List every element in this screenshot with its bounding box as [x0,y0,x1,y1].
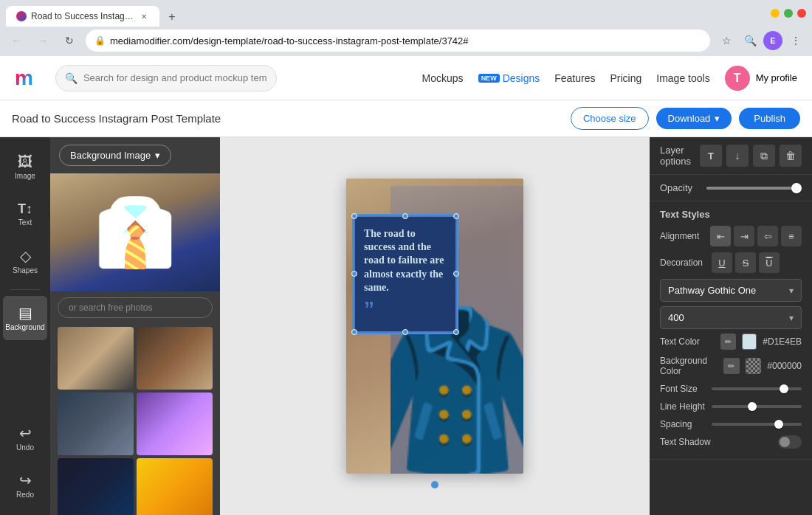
photo-thumb-2[interactable] [137,327,213,390]
layer-delete-btn[interactable]: 🗑 [780,145,802,167]
nav-image-tools[interactable]: Image tools [656,72,709,84]
back-button[interactable]: ← [6,30,27,51]
line-height-slider[interactable] [712,400,802,413]
tool-divider [10,289,40,290]
browser-profile-button[interactable]: E [763,31,782,50]
handle-bl[interactable] [351,329,357,335]
canvas-area: 🧥 The road to success and the road to fa… [220,137,650,515]
photo-thumb-3[interactable] [58,393,134,455]
tool-text[interactable]: T↕ Text [3,192,47,236]
weight-chevron: ▾ [789,313,794,323]
search-bar[interactable]: 🔍 [55,65,277,91]
alignment-label: Alignment [660,231,710,241]
right-panel: Layer options T ↓ ⧉ 🗑 Opacity Text Style… [650,137,812,515]
carousel-dot[interactable] [431,481,438,488]
handle-tl[interactable] [351,213,357,219]
bg-color-edit[interactable]: ✏ [723,358,740,374]
underline-btn[interactable]: U [712,252,732,273]
nav-designs[interactable]: NEW Designs [478,72,540,84]
spacing-slider[interactable] [712,418,802,431]
align-right-btn[interactable]: ⇦ [757,226,778,246]
text-shadow-toggle[interactable] [778,435,802,449]
font-select[interactable]: Pathway Gothic One ▾ [660,279,802,302]
text-color-swatch[interactable] [742,333,757,350]
decoration-label: Decoration [660,258,712,268]
handle-ml[interactable] [351,271,357,277]
layer-text-btn[interactable]: T [700,145,722,167]
download-button[interactable]: Download ▾ [656,108,732,129]
nav-pricing[interactable]: Pricing [610,72,641,84]
background-image-dropdown[interactable]: Background Image ▾ [59,145,171,166]
strikethrough-btn[interactable]: S [735,252,756,273]
search-button[interactable]: 🔍 [740,30,760,51]
font-name: Pathway Gothic One [668,285,756,296]
quote-text: The road to success and the road to fail… [364,227,447,294]
tool-image[interactable]: 🖼 Image [3,145,47,189]
maximize-button[interactable] [784,9,793,18]
tool-shapes[interactable]: ◇ Shapes [3,239,47,283]
align-center-btn[interactable]: ⇥ [734,226,754,246]
browser-chrome: Road to Success Instagram Post ✕ + [0,0,812,27]
layer-copy-btn[interactable]: ⧉ [753,145,775,167]
font-size-thumb[interactable] [780,384,788,393]
new-tab-button[interactable]: + [162,7,182,27]
title-bar: Road to Success Instagram Post Template … [0,100,812,137]
handle-br[interactable] [453,329,459,335]
text-box[interactable]: The road to success and the road to fail… [354,215,457,333]
handle-tr[interactable] [453,213,459,219]
tool-undo[interactable]: ↩ Undo [3,416,47,460]
search-photos[interactable] [58,297,213,318]
canvas-card[interactable]: 🧥 The road to success and the road to fa… [346,179,523,474]
panel-header: Background Image ▾ [50,137,220,173]
handle-tm[interactable] [402,213,408,219]
align-justify-btn[interactable]: ≡ [781,226,802,246]
opacity-slider[interactable] [706,187,802,190]
opacity-row: Opacity [660,182,802,193]
spacing-label: Spacing [660,419,712,429]
alignment-row: Alignment ⇤ ⇥ ⇦ ≡ [660,226,802,246]
text-color-row: Text Color ✏ #D1E4EB [660,333,802,350]
forward-button[interactable]: → [32,30,53,51]
line-height-label: Line Height [660,401,712,412]
address-bar: ← → ↻ 🔒 mediamodifier.com/design-templat… [0,27,812,56]
profile-label: My profile [756,72,797,83]
text-color-edit[interactable]: ✏ [720,333,735,350]
photo-thumb-6[interactable] [137,458,213,515]
panel-main-image[interactable]: 👔 [50,173,220,291]
layer-down-btn[interactable]: ↓ [726,145,749,167]
font-size-slider[interactable] [712,382,802,395]
publish-button[interactable]: Publish [739,108,800,129]
bg-color-swatch[interactable] [746,358,762,374]
layer-options-label: Layer options [660,145,695,167]
image-icon: 🖼 [18,154,32,169]
url-bar[interactable]: 🔒 mediamodifier.com/design-template/road… [86,30,710,52]
photo-thumb-1[interactable] [58,327,134,390]
handle-bm[interactable] [402,329,408,335]
nav-my-profile[interactable]: T My profile [725,66,797,91]
tab-close-btn[interactable]: ✕ [139,11,149,21]
tool-redo[interactable]: ↪ Redo [3,463,47,508]
nav-features[interactable]: Features [554,72,595,84]
align-left-btn[interactable]: ⇤ [710,226,731,246]
active-tab[interactable]: Road to Success Instagram Post ✕ [6,6,159,27]
overline-btn[interactable]: U̅ [759,252,780,273]
photo-thumb-5[interactable] [58,458,134,515]
choose-size-button[interactable]: Choose size [571,107,649,130]
close-button[interactable] [797,9,806,18]
refresh-button[interactable]: ↻ [59,30,80,51]
bookmark-button[interactable]: ☆ [716,30,737,51]
search-photos-input[interactable] [58,297,213,318]
photo-thumb-4[interactable] [137,393,213,455]
search-input[interactable] [83,72,267,83]
layer-options-section: Layer options T ↓ ⧉ 🗑 [650,137,812,175]
font-weight-select[interactable]: 400 ▾ [660,306,802,329]
spacing-thumb[interactable] [774,420,783,429]
nav-mockups[interactable]: Mockups [422,72,464,84]
logo[interactable]: m [15,66,33,90]
menu-button[interactable]: ⋮ [785,30,806,51]
line-height-thumb[interactable] [748,402,757,411]
handle-mr[interactable] [453,271,459,277]
minimize-button[interactable] [771,9,780,18]
nav-links: Mockups NEW Designs Features Pricing Ima… [422,66,797,91]
tool-background[interactable]: ▤ Background [3,296,47,340]
